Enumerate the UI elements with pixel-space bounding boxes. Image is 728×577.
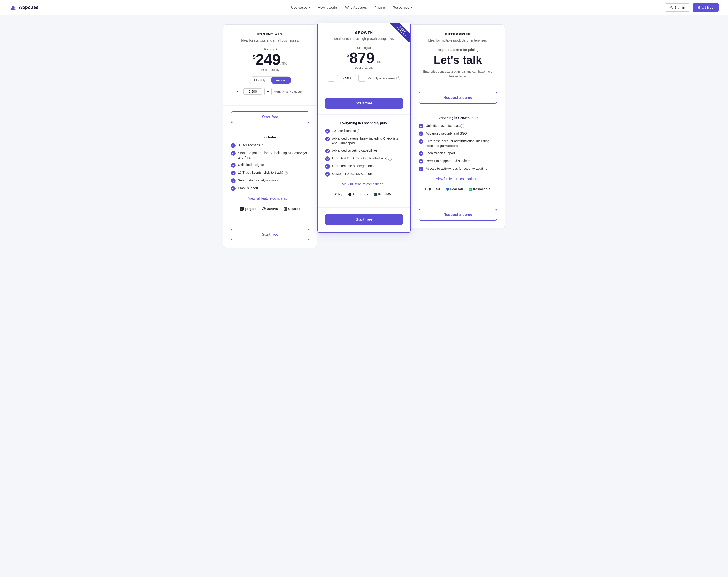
- check-icon: [231, 171, 236, 175]
- list-item: Premium support and services: [419, 159, 497, 164]
- enterprise-top-cta-wrapper: Request a demo: [411, 86, 504, 109]
- list-item: Unlimited use of integrations: [325, 164, 403, 169]
- list-item: Unlimited Track Events (click-to-track) …: [325, 156, 403, 161]
- nav-right: Sign in Start free: [665, 3, 719, 12]
- growth-amount: 879: [349, 50, 374, 66]
- essentials-start-free-button-bottom[interactable]: Start free: [231, 229, 309, 241]
- growth-per-mo: /mo: [374, 59, 382, 66]
- essentials-billing-toggle: Monthly Annual: [249, 76, 292, 84]
- freshworks-icon: fw: [469, 187, 472, 191]
- essentials-card-bottom: Includes 3 user licenses ? Standard patt…: [224, 129, 317, 222]
- list-item: Advanced targeting capabilities: [325, 148, 403, 153]
- feature-help-icon[interactable]: ?: [357, 129, 361, 133]
- growth-billing: Paid annually: [325, 67, 403, 70]
- enterprise-card-bottom: Everything in Growth, plus: Unlimited us…: [411, 109, 504, 202]
- growth-mau-increase[interactable]: +: [358, 75, 365, 82]
- logo-freshworks: fw freshworks: [469, 187, 490, 191]
- nav-links: Use cases ▾ How it works Why Appcues Pri…: [291, 5, 412, 9]
- growth-bottom-cta-wrapper: Start free: [317, 207, 411, 232]
- feature-help-icon[interactable]: ?: [388, 157, 392, 160]
- growth-price-display: $ 879 /mo: [325, 50, 403, 66]
- svg-text:G: G: [240, 208, 242, 210]
- essentials-card: ESSENTIALS Ideal for startups and small …: [223, 24, 317, 248]
- navbar: Appcues Use cases ▾ How it works Why App…: [0, 0, 728, 15]
- check-icon: [325, 172, 330, 177]
- list-item: Send data to analytics tools: [231, 178, 309, 183]
- nav-start-free-button[interactable]: Start free: [693, 3, 719, 12]
- growth-mau-row: − + Monthly active users ?: [325, 75, 403, 82]
- check-icon: [419, 159, 423, 164]
- growth-logos: Privy A Amplitude P ProfitWell: [325, 191, 403, 202]
- essentials-start-free-button-top[interactable]: Start free: [231, 111, 309, 123]
- check-icon: [325, 164, 330, 169]
- logo-clearbit: C Clearbit: [284, 207, 301, 210]
- list-item: Localization support: [419, 151, 497, 156]
- growth-view-comparison[interactable]: View full feature comparison ↓: [342, 182, 386, 186]
- enterprise-view-comparison[interactable]: View full feature comparison ↓: [436, 177, 480, 181]
- growth-mau-decrease[interactable]: −: [328, 75, 335, 82]
- check-icon: [325, 156, 330, 161]
- gorgias-icon: G: [240, 207, 243, 210]
- list-item: Customer Success Support: [325, 172, 403, 177]
- nav-how-it-works[interactable]: How it works: [318, 5, 338, 9]
- check-icon: [231, 178, 236, 183]
- nav-pricing[interactable]: Pricing: [374, 5, 385, 9]
- essentials-mau-help-icon[interactable]: ?: [303, 90, 306, 94]
- arrow-down-icon: ↓: [290, 197, 292, 200]
- svg-text:P: P: [446, 189, 447, 190]
- essentials-mau-label: Monthly active users ?: [274, 90, 307, 94]
- essentials-mau-value[interactable]: [243, 89, 262, 95]
- essentials-feature-list: 3 user licenses ? Standard pattern libra…: [231, 143, 309, 191]
- feature-help-icon[interactable]: ?: [261, 144, 264, 147]
- arrow-down-icon: ↓: [478, 177, 480, 181]
- growth-start-free-button-top[interactable]: Start free: [325, 98, 403, 109]
- check-icon: [231, 151, 236, 156]
- essentials-amount: 249: [256, 52, 281, 67]
- svg-text:A: A: [348, 194, 350, 195]
- list-item: Enterprise account administration, inclu…: [419, 139, 497, 148]
- nav-resources[interactable]: Resources ▾: [393, 5, 412, 9]
- logo-gorgias: G gorgias: [240, 207, 256, 210]
- enterprise-tagline: Ideal for multiple products or enterpris…: [419, 38, 497, 43]
- enterprise-pricing: Request a demo for pricing. Let's talk E…: [419, 48, 497, 78]
- growth-start-free-button-bottom[interactable]: Start free: [325, 214, 403, 225]
- brand-name: Appcues: [19, 5, 38, 10]
- growth-features-title: Everything in Essentials, plus:: [325, 121, 403, 125]
- essentials-mau-row: − + Monthly active users ?: [231, 88, 309, 95]
- enterprise-card: ENTERPRISE Ideal for multiple products o…: [411, 24, 505, 228]
- logo-pearson: P Pearson: [446, 187, 463, 191]
- list-item: Advanced security and SSO: [419, 131, 497, 136]
- essentials-annual-toggle[interactable]: Annual: [271, 77, 291, 84]
- essentials-monthly-toggle[interactable]: Monthly: [249, 77, 271, 84]
- feature-help-icon[interactable]: ?: [461, 124, 464, 128]
- feature-help-icon[interactable]: ?: [284, 171, 288, 175]
- growth-dollar: $: [346, 52, 349, 58]
- brand-logo[interactable]: Appcues: [9, 4, 38, 11]
- essentials-per-mo: /mo: [281, 61, 288, 67]
- list-item: 10 user licenses ?: [325, 129, 403, 133]
- signin-button[interactable]: Sign in: [665, 3, 690, 11]
- most-popular-badge: MOST POPULAR: [389, 23, 411, 43]
- check-icon: [419, 139, 423, 144]
- svg-marker-4: [262, 207, 265, 210]
- user-icon: [670, 6, 673, 9]
- essentials-bottom-cta-wrapper: Start free: [224, 222, 317, 248]
- check-icon: [231, 186, 236, 191]
- essentials-mau-decrease[interactable]: −: [234, 88, 241, 95]
- enterprise-request-demo-button-top[interactable]: Request a demo: [419, 92, 497, 103]
- check-icon: [325, 136, 330, 141]
- essentials-view-comparison[interactable]: View full feature comparison ↓: [248, 197, 292, 200]
- essentials-mau-increase[interactable]: +: [264, 88, 271, 95]
- logo-equifax: EQUIFAX: [425, 187, 440, 191]
- pearson-icon: P: [446, 187, 449, 191]
- svg-marker-5: [263, 208, 265, 209]
- growth-mau-value[interactable]: [337, 75, 356, 81]
- nav-why-appcues[interactable]: Why Appcues: [345, 5, 367, 9]
- essentials-price-label: Starting at: [231, 48, 309, 51]
- growth-mau-help-icon[interactable]: ?: [396, 76, 400, 80]
- list-item: Access to activity logs for security aud…: [419, 167, 497, 171]
- nav-use-cases[interactable]: Use cases ▾: [291, 5, 310, 9]
- svg-text:fw: fw: [469, 189, 471, 190]
- enterprise-request-demo-button-bottom[interactable]: Request a demo: [419, 209, 497, 221]
- enterprise-subtitle: Request a demo for pricing.: [419, 48, 497, 52]
